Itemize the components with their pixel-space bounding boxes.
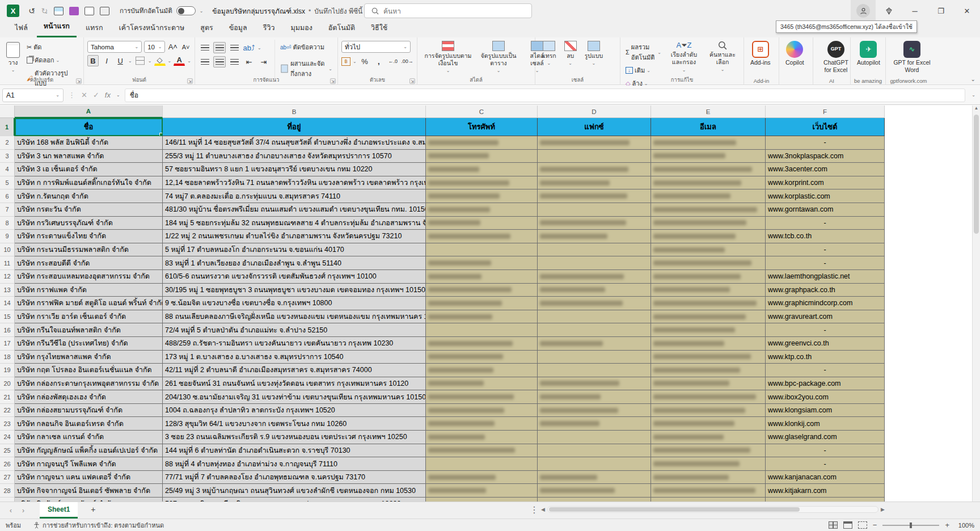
cell-email[interactable] xyxy=(651,150,766,163)
header-cell-A[interactable]: ชื่อ xyxy=(15,118,163,136)
maximize-button[interactable]: ❐ xyxy=(928,0,954,22)
cell-phone[interactable] xyxy=(426,471,538,484)
cell-address[interactable]: 184 หมู่ 5 ซอยกระทุ่มล้ม 32 ถนนพุทธมณฑลส… xyxy=(163,217,426,230)
cell-email[interactable] xyxy=(651,230,766,243)
cell-website[interactable]: www.3acenter.com xyxy=(766,163,885,176)
cell-name[interactable]: บริษัท กระสอบดีดี จำกัด xyxy=(15,256,163,270)
cell-website[interactable]: www.bpc-package.com xyxy=(766,377,885,391)
cell-website[interactable]: - xyxy=(766,444,885,458)
row-number-10[interactable]: 10 xyxy=(0,243,15,257)
add-sheet-button[interactable]: + xyxy=(86,505,100,516)
cell-website[interactable]: www.korprint.com xyxy=(766,176,885,190)
sheet-nav-left-icon[interactable]: ‹ xyxy=(5,507,17,515)
zoom-level[interactable]: 100% xyxy=(955,522,974,529)
row-number-26[interactable]: 26 xyxy=(0,457,15,471)
cell-fax[interactable] xyxy=(538,270,651,284)
cell-name[interactable]: บริษัท กระนวนมีธรรมพลาสติก จำกัด xyxy=(15,243,163,257)
chatgpt-button[interactable]: GPT ChatGPT for Excel xyxy=(817,40,855,75)
align-right-icon[interactable] xyxy=(228,56,240,68)
align-top-icon[interactable] xyxy=(198,42,211,53)
cell-name[interactable]: บริษัท ก.รัตนกฤต จำกัด xyxy=(15,189,163,203)
row-number-20[interactable]: 20 xyxy=(0,377,15,391)
header-cell-E[interactable]: อีเมล xyxy=(651,118,766,136)
cell-address[interactable]: 128/3 สุขุมวิท 64/1 แขวงบางจาก เขตพระโขน… xyxy=(163,417,426,431)
addins-button[interactable]: ⊞ Add-ins xyxy=(747,40,774,68)
cell-phone[interactable] xyxy=(426,136,538,150)
cell-website[interactable]: www.ibox2you.com xyxy=(766,390,885,404)
cell-phone[interactable] xyxy=(426,310,538,324)
cell-phone[interactable] xyxy=(426,163,538,176)
cell-website[interactable]: www.greenvci.co.th xyxy=(766,337,885,351)
undo-button[interactable]: ↺⌄ xyxy=(28,6,35,15)
page-break-view-icon[interactable] xyxy=(858,521,867,529)
row-number-17[interactable]: 17 xyxy=(0,337,15,351)
cell-fax[interactable] xyxy=(538,498,651,502)
row-number-28[interactable]: 28 xyxy=(0,484,15,498)
alignment-dialog-launcher[interactable]: ⇲ xyxy=(330,78,336,84)
header-cell-C[interactable]: โทรศัพท์ xyxy=(426,118,538,136)
row-number-14[interactable]: 14 xyxy=(0,297,15,310)
cell-address[interactable]: 42/11 หมู่ที่ 2 ตำบลนาดี อำเภอเมืองสมุทร… xyxy=(163,364,426,377)
zoom-slider[interactable] xyxy=(882,525,939,526)
vertical-scroll-thumb[interactable] xyxy=(974,115,979,234)
italic-button[interactable]: I xyxy=(101,55,112,66)
cell-name[interactable]: บริษัท กล่องสยามบรรจุภัณฑ์ จำกัด xyxy=(15,404,163,418)
align-left-icon[interactable] xyxy=(198,56,211,68)
row-number-18[interactable]: 18 xyxy=(0,351,15,364)
cell-fax[interactable] xyxy=(538,284,651,297)
cell-name[interactable]: บริษัท กาญจนบุรี โพลีแพค จำกัด xyxy=(15,457,163,471)
percent-style-icon[interactable]: % xyxy=(359,56,371,67)
cell-email[interactable] xyxy=(651,297,766,310)
copy-button[interactable]: คัดลอก⌄ xyxy=(25,54,80,66)
column-header-D[interactable]: D xyxy=(538,106,651,118)
cell-fax[interactable] xyxy=(538,203,651,217)
cell-name[interactable]: บริษัท กรวิเศษบรรจุภัณฑ์ จำกัด xyxy=(15,217,163,230)
insert-cells-button[interactable]: แทรก⌄ xyxy=(539,40,559,68)
cell-phone[interactable] xyxy=(426,189,538,203)
cell-name[interactable]: บริษัท 3 นก พลาสแพค จำกัด xyxy=(15,150,163,163)
row-number-25[interactable]: 25 xyxy=(0,444,15,458)
cell-name[interactable]: บริษัท ก การพิมพ์แอนด์สติ๊กเกอร์ทันใจ จำ… xyxy=(15,176,163,190)
cell-email[interactable] xyxy=(651,431,766,444)
orientation-icon[interactable]: ab⤴ xyxy=(243,42,255,53)
cell-name[interactable]: บริษัท กราเวีย อาร์ต เซ็นเตอร์ จำกัด xyxy=(15,310,163,324)
row-number-15[interactable]: 15 xyxy=(0,310,15,324)
font-size-select[interactable]: 10⌄ xyxy=(144,41,165,53)
document-title[interactable]: ข้อมูลบริษัทกลุ่มบรรจุภัณฑ์.xlsx • บันทึ… xyxy=(212,6,370,16)
zoom-out-icon[interactable]: − xyxy=(873,521,877,529)
ribbon-tab-2[interactable]: แทรก xyxy=(79,19,110,37)
cell-phone[interactable] xyxy=(426,203,538,217)
cell-website[interactable]: www.ktp.co.th xyxy=(766,351,885,364)
cell-fax[interactable] xyxy=(538,431,651,444)
cell-phone[interactable] xyxy=(426,431,538,444)
accounting-format-icon[interactable]: ฿ xyxy=(341,57,350,66)
row-number-2[interactable]: 2 xyxy=(0,136,15,150)
cell-name[interactable]: บริษัท กาญจนา แคน แฟคเตอรี่ จำกัด xyxy=(15,471,163,484)
cell-address[interactable]: 255/3 หมู่ 11 ตำบลบางเสาธง อำเภอบางเสาธง… xyxy=(163,150,426,163)
row-number-8[interactable]: 8 xyxy=(0,217,15,230)
cell-fax[interactable] xyxy=(538,297,651,310)
scrollbar-resize-handle[interactable]: ⋮ xyxy=(530,504,539,515)
namebox-splitter[interactable]: ⋮ xyxy=(68,91,75,99)
sheet-nav-right-icon[interactable]: › xyxy=(17,507,29,515)
header-cell-B[interactable]: ที่อยู่ xyxy=(163,118,426,136)
increase-decimal-icon[interactable]: ←.0 xyxy=(387,56,399,67)
cell-phone[interactable] xyxy=(426,217,538,230)
cell-address[interactable]: 83 หมู่ที่ 1 ตำบลเวียงยอง อำเภอเมืองลำพู… xyxy=(163,256,426,270)
cell-fax[interactable] xyxy=(538,364,651,377)
cell-address[interactable]: 74 หมู่7 ต.คลองมะเดื่อ อ.กระทุ่มแบน จ.สม… xyxy=(163,189,426,203)
accessibility-status[interactable]: การช่วยสำหรับการเข้าถึง: ตรงตามข้อกำหนด xyxy=(33,520,164,530)
cell-email[interactable] xyxy=(651,364,766,377)
cell-phone[interactable] xyxy=(426,498,538,502)
ribbon-tab-3[interactable]: เค้าโครงหน้ากระดาษ xyxy=(112,19,192,37)
cell-name[interactable]: บริษัท กราฟฟิค มายด์ สตูดิโอ แอนด์ พริ้น… xyxy=(15,297,163,310)
enter-formula-icon[interactable]: ✓ xyxy=(93,91,99,99)
cell-phone[interactable] xyxy=(426,230,538,243)
cell-email[interactable] xyxy=(651,471,766,484)
cell-email[interactable] xyxy=(651,256,766,270)
autosum-button[interactable]: Σผลรวมอัตโนมัติ⌄ xyxy=(624,41,663,63)
cell-website[interactable]: - xyxy=(766,364,885,377)
ribbon-tab-8[interactable]: อัตโนมัติ xyxy=(322,19,362,37)
cell-address[interactable]: 72/4 หมู่ที่ 5 ตำบลป่าตัน อำเภอแม่ทะ จ.ล… xyxy=(163,323,426,337)
ribbon-tab-0[interactable]: ไฟล์ xyxy=(8,19,35,37)
